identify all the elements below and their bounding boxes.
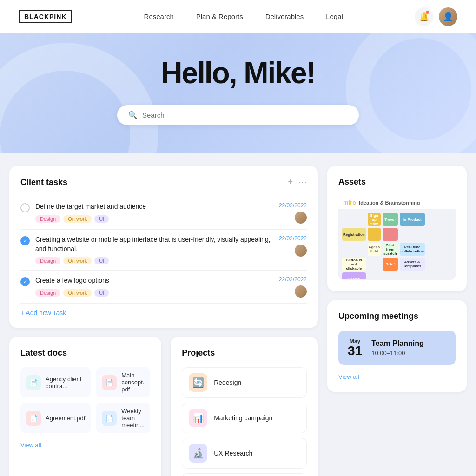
task-checkbox-done[interactable]: ✓	[20, 277, 30, 286]
doc-icon: 📄	[26, 411, 41, 426]
project-icon: 🔄	[189, 373, 207, 392]
task-meta: 22/02/2022	[279, 202, 307, 224]
project-name: Marketing campaign	[214, 414, 272, 422]
doc-icon: 📄	[102, 411, 117, 426]
meetings-view-all[interactable]: View all	[338, 373, 359, 380]
upcoming-meetings-card: Upcoming meetings May 31 Team Planning 1…	[327, 300, 467, 392]
assets-preview: miro Ideation & Brainstorming Sign up fl…	[338, 196, 456, 280]
nav: Research Plan & Reports Deliverables Leg…	[144, 13, 343, 20]
nav-deliverables[interactable]: Deliverables	[265, 13, 304, 20]
task-avatar	[295, 212, 307, 224]
list-item[interactable]: 🔬 UX Research	[182, 438, 307, 469]
docs-view-all[interactable]: View all	[20, 442, 41, 449]
latest-docs-header: Latest docs	[20, 348, 150, 358]
task-body: Creating a website or mobile app interfa…	[35, 235, 273, 264]
nav-legal[interactable]: Legal	[326, 13, 343, 20]
client-tasks-header: Client tasks + ⋯	[20, 177, 307, 187]
list-item[interactable]: 📄 Main concept. pdf	[96, 367, 150, 397]
list-item[interactable]: 📄 Agency client contra...	[20, 367, 91, 397]
left-column: Client tasks + ⋯ Define the target marke…	[9, 166, 318, 476]
avatar-image: 👤	[439, 7, 457, 26]
tag-onwork: On work	[63, 257, 92, 264]
logo[interactable]: BLACKPINK	[19, 10, 72, 23]
projects-card: Projects 🔄 Redesign 📊 Marketing campaign…	[171, 337, 318, 476]
header: BLACKPINK Research Plan & Reports Delive…	[0, 0, 476, 33]
table-row: Define the target market and audience De…	[20, 197, 307, 230]
latest-docs-title: Latest docs	[20, 348, 67, 358]
miro-node	[368, 228, 381, 241]
tag-onwork: On work	[63, 215, 92, 223]
meeting-date-box: May 31	[348, 338, 362, 357]
miro-node	[383, 228, 397, 241]
add-task-button[interactable]: + Add new Task	[20, 309, 307, 317]
task-body: Define the target market and audience De…	[35, 202, 273, 223]
assets-card: Assets miro Ideation & Brainstorming Sig…	[327, 166, 467, 291]
doc-name: Agreement.pdf	[46, 415, 85, 422]
task-tags: Design On work UI	[35, 289, 273, 297]
tag-onwork: On work	[63, 289, 92, 297]
miro-header: miro Ideation & Brainstorming	[338, 196, 456, 209]
meetings-title: Upcoming meetings	[338, 311, 418, 321]
miro-node: Real time collaboration	[400, 243, 425, 256]
more-options-icon[interactable]: ⋯	[298, 177, 307, 187]
search-input[interactable]	[142, 111, 348, 119]
task-meta: 22/02/2022	[279, 235, 307, 257]
nav-plan-reports[interactable]: Plan & Reports	[196, 13, 243, 20]
task-date: 22/02/2022	[279, 235, 307, 242]
miro-node: Trevor	[383, 213, 397, 226]
client-tasks-card: Client tasks + ⋯ Define the target marke…	[9, 166, 318, 328]
task-tags: Design On work UI	[35, 215, 273, 223]
assets-title: Assets	[338, 177, 366, 187]
task-checkbox[interactable]	[20, 203, 30, 212]
hero-greeting: Hello, Mike!	[161, 56, 315, 90]
meeting-info: Team Planning 10:00–11:00	[371, 339, 424, 357]
doc-name: Weekly team meetin...	[121, 408, 145, 429]
miro-node: Start from scratch	[383, 243, 397, 256]
header-right: 🔔 👤	[415, 7, 457, 26]
main-content: Client tasks + ⋯ Define the target marke…	[0, 153, 476, 476]
right-column: Assets miro Ideation & Brainstorming Sig…	[327, 166, 467, 476]
meetings-header: Upcoming meetings	[338, 311, 456, 321]
task-text: Create a few logo options	[35, 276, 273, 285]
tag-ui: UI	[94, 289, 109, 297]
doc-name: Main concept. pdf	[121, 372, 145, 393]
nav-research[interactable]: Research	[144, 13, 174, 20]
tag-design: Design	[35, 289, 60, 297]
meeting-time: 10:00–11:00	[371, 350, 424, 357]
client-tasks-title: Client tasks	[20, 178, 67, 187]
task-avatar	[295, 285, 307, 298]
miro-node: Lector	[342, 272, 366, 279]
miro-node: Assets & Templates	[400, 258, 425, 271]
card-actions: + ⋯	[288, 177, 307, 187]
doc-name: Agency client contra...	[46, 376, 85, 390]
task-date: 22/02/2022	[279, 202, 307, 209]
miro-node: Agena field	[368, 243, 381, 256]
meeting-day: 31	[348, 344, 362, 357]
notification-button[interactable]: 🔔	[415, 7, 433, 26]
tag-design: Design	[35, 257, 60, 264]
notification-badge	[426, 11, 429, 14]
miro-canvas: Sign up flow Trevor In-Product Registrat…	[338, 209, 456, 279]
task-tags: Design On work UI	[35, 257, 273, 264]
docs-grid: 📄 Agency client contra... 📄 Main concept…	[20, 367, 150, 433]
project-name: UX Research	[214, 450, 252, 457]
list-item[interactable]: ⚙️ Best practices	[182, 473, 307, 476]
list-item[interactable]: 📊 Marketing campaign	[182, 403, 307, 433]
avatar[interactable]: 👤	[439, 7, 457, 26]
bottom-row: Latest docs 📄 Agency client contra... 📄 …	[9, 337, 318, 476]
projects-title: Projects	[182, 348, 215, 358]
meeting-item: May 31 Team Planning 10:00–11:00	[338, 331, 456, 365]
task-text: Define the target market and audience	[35, 202, 273, 212]
add-task-icon[interactable]: +	[288, 177, 293, 187]
search-bar: 🔍	[117, 105, 359, 125]
miro-node: Sign up flow	[368, 213, 381, 226]
table-row: ✓ Create a few logo options Design On wo…	[20, 271, 307, 304]
projects-header: Projects	[182, 348, 307, 358]
list-item[interactable]: 🔄 Redesign	[182, 367, 307, 398]
list-item[interactable]: 📄 Agreement.pdf	[20, 403, 91, 433]
task-date: 22/02/2022	[279, 276, 307, 283]
task-text: Creating a website or mobile app interfa…	[35, 235, 273, 253]
tag-design: Design	[35, 215, 60, 223]
task-checkbox-done[interactable]: ✓	[20, 236, 30, 245]
list-item[interactable]: 📄 Weekly team meetin...	[96, 403, 150, 433]
